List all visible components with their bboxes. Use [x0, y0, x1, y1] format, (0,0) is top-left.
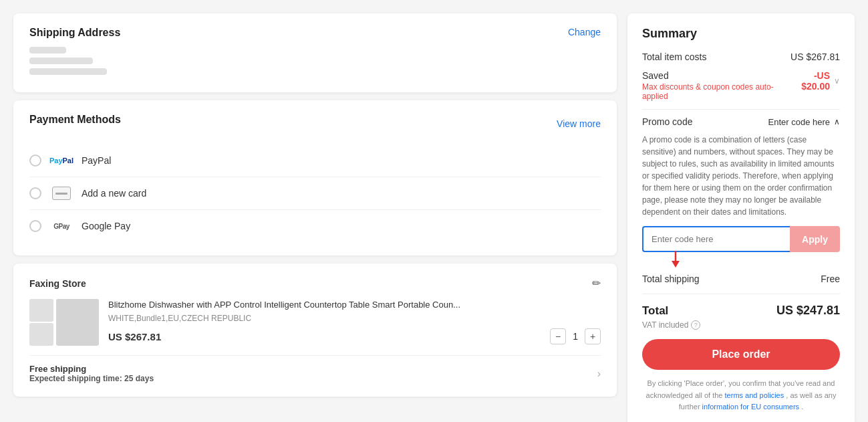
product-info: Blitzhome Dishwasher with APP Control In…	[108, 299, 601, 344]
product-card: Faxing Store ✏ Blitzhome Dishwasher with…	[13, 263, 617, 397]
promo-chevron-icon: ∧	[834, 117, 840, 126]
payment-option-card[interactable]: Add a new card	[29, 177, 601, 210]
promo-label: Promo code	[642, 116, 692, 127]
terms-text: By clicking 'Place order', you confirm t…	[642, 378, 840, 413]
promo-row: Promo code Enter code here ∧	[642, 116, 840, 127]
payment-option-paypal[interactable]: PayPal PayPal	[29, 144, 601, 177]
total-label: Total	[642, 304, 668, 318]
summary-panel: Summary Total item costs US $267.81 Save…	[627, 13, 855, 422]
summary-title: Summary	[642, 27, 840, 41]
quantity-value: 1	[573, 331, 578, 342]
address-blur-3	[29, 68, 107, 75]
shipping-address-card: Shipping Address Change	[13, 13, 617, 92]
gpay-radio[interactable]	[29, 220, 41, 232]
shipping-label: Free shipping	[29, 364, 154, 374]
product-row: Blitzhome Dishwasher with APP Control In…	[29, 299, 601, 346]
promo-code-input[interactable]	[642, 226, 790, 252]
saved-chevron-icon: ∨	[834, 76, 840, 86]
change-address-link[interactable]: Change	[568, 27, 601, 37]
promo-description: A promo code is a combination of letters…	[642, 134, 840, 218]
shipping-title: Shipping Address	[29, 27, 120, 39]
quantity-decrease-button[interactable]: −	[550, 328, 566, 344]
total-value: US $247.81	[776, 304, 840, 318]
total-shipping-label: Total shipping	[642, 274, 700, 284]
saved-sub-label: Max discounts & coupon codes auto-applie…	[642, 82, 787, 101]
eu-consumers-link[interactable]: information for EU consumers	[702, 403, 800, 411]
product-title: Blitzhome Dishwasher with APP Control In…	[108, 299, 601, 311]
total-item-costs-label: Total item costs	[642, 51, 706, 62]
payment-title: Payment Methods	[29, 114, 121, 126]
card-radio[interactable]	[29, 187, 41, 199]
payment-methods-card: Payment Methods View more PayPal PayPal …	[13, 100, 617, 255]
saved-amount: -US $20.00	[787, 70, 830, 92]
quantity-control: − 1 +	[550, 328, 601, 344]
vat-row: VAT included ?	[642, 320, 840, 330]
shipping-chevron-icon: ›	[597, 368, 601, 380]
product-images	[29, 299, 99, 346]
arrow-indicator	[669, 247, 706, 271]
product-thumb-1	[29, 299, 53, 322]
free-shipping-section: Free shipping Expected shipping time: 25…	[29, 355, 601, 383]
card-icon	[49, 185, 74, 201]
terms-link[interactable]: terms and policies	[725, 391, 784, 399]
total-item-costs-row: Total item costs US $267.81	[642, 51, 840, 62]
product-variant: WHITE,Bundle1,EU,CZECH REPUBLIC	[108, 314, 601, 323]
saved-label: Saved	[642, 70, 787, 81]
total-item-costs-value: US $267.81	[790, 51, 840, 62]
quantity-increase-button[interactable]: +	[585, 328, 601, 344]
total-shipping-row: Total shipping Free	[642, 274, 840, 284]
promo-enter-text: Enter code here	[768, 117, 830, 127]
product-main-image	[56, 299, 99, 346]
store-name: Faxing Store	[29, 278, 86, 289]
total-section: Total US $247.81 VAT included ?	[642, 294, 840, 330]
promo-enter-toggle[interactable]: Enter code here ∧	[768, 117, 840, 127]
vat-text: VAT included	[642, 320, 688, 330]
product-price: US $267.81	[108, 331, 161, 342]
saved-row: Saved Max discounts & coupon codes auto-…	[642, 70, 840, 101]
divider-1	[642, 109, 840, 110]
card-label: Add a new card	[82, 188, 146, 199]
shipping-sublabel: Expected shipping time: 25 days	[29, 374, 154, 383]
total-shipping-value: Free	[821, 274, 840, 284]
product-thumb-2	[29, 323, 53, 346]
total-row: Total US $247.81	[642, 304, 840, 318]
address-blur-1	[29, 47, 66, 54]
apply-promo-button[interactable]: Apply	[790, 226, 840, 252]
gpay-icon: GPay	[49, 218, 74, 234]
address-blur-2	[29, 58, 93, 64]
paypal-label: PayPal	[82, 155, 111, 166]
edit-icon[interactable]: ✏	[592, 277, 601, 290]
gpay-label: Google Pay	[82, 221, 130, 231]
promo-input-row: Apply	[642, 226, 840, 252]
paypal-icon: PayPal	[49, 152, 74, 169]
svg-marker-1	[672, 261, 680, 268]
view-more-link[interactable]: View more	[557, 118, 601, 129]
payment-option-gpay[interactable]: GPay Google Pay	[29, 210, 601, 242]
vat-info-icon[interactable]: ?	[691, 320, 700, 330]
place-order-button[interactable]: Place order	[642, 339, 840, 370]
paypal-radio[interactable]	[29, 154, 41, 167]
